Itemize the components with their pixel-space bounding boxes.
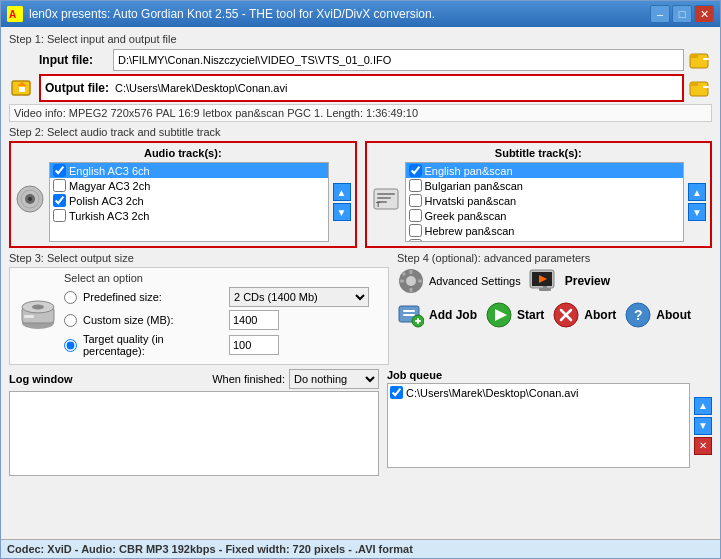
add-job-button[interactable]: Add Job bbox=[397, 301, 477, 329]
audio-track-item[interactable]: English AC3 6ch bbox=[50, 163, 328, 178]
svg-rect-17 bbox=[377, 197, 391, 199]
audio-track-item[interactable]: Turkish AC3 2ch bbox=[50, 208, 328, 223]
main-window: A len0x presents: Auto Gordian Knot 2.55… bbox=[0, 0, 721, 559]
about-button[interactable]: ? About bbox=[624, 301, 691, 329]
step3-label: Step 3: Select output size bbox=[9, 252, 389, 264]
job-move-down-button[interactable]: ▼ bbox=[694, 417, 712, 435]
close-button[interactable]: ✕ bbox=[694, 5, 714, 23]
job-queue-box[interactable]: C:\Users\Marek\Desktop\Conan.avi bbox=[387, 383, 690, 468]
add-job-icon bbox=[397, 301, 425, 329]
preview-label: Preview bbox=[565, 274, 610, 288]
status-bar: Codec: XviD - Audio: CBR MP3 192kbps - F… bbox=[1, 539, 720, 558]
svg-point-13 bbox=[28, 197, 32, 201]
subtitle-track-item[interactable]: Bulgarian pan&scan bbox=[406, 178, 684, 193]
maximize-button[interactable]: □ bbox=[672, 5, 692, 23]
abort-button[interactable]: Abort bbox=[552, 301, 616, 329]
subtitle-track-checkbox-1[interactable] bbox=[409, 179, 422, 192]
log-section: Log window When finished: Do nothing Shu… bbox=[9, 369, 379, 533]
svg-rect-27 bbox=[410, 270, 413, 274]
audio-section: Audio track(s): Engli bbox=[9, 141, 357, 248]
title-controls: – □ ✕ bbox=[650, 5, 714, 23]
action-row: Add Job Start bbox=[397, 301, 712, 329]
audio-track-checkbox-3[interactable] bbox=[53, 209, 66, 222]
target-quality-input[interactable] bbox=[229, 335, 279, 355]
audio-track-list[interactable]: English AC3 6ch Magyar AC3 2ch Polish AC… bbox=[49, 162, 329, 242]
step3-section: Step 3: Select output size bbox=[9, 252, 389, 365]
step2-label: Step 2: Select audio track and subtitle … bbox=[9, 126, 712, 138]
start-button[interactable]: Start bbox=[485, 301, 544, 329]
svg-text:A: A bbox=[9, 9, 16, 20]
job-move-up-button[interactable]: ▲ bbox=[694, 397, 712, 415]
svg-rect-36 bbox=[543, 286, 547, 288]
audio-icon bbox=[15, 184, 45, 220]
audio-track-item[interactable]: Polish AC3 2ch bbox=[50, 193, 328, 208]
job-remove-button[interactable]: ✕ bbox=[694, 437, 712, 455]
custom-size-input[interactable] bbox=[229, 310, 279, 330]
audio-track-checkbox-1[interactable] bbox=[53, 179, 66, 192]
audio-move-up-button[interactable]: ▲ bbox=[333, 183, 351, 201]
minimize-button[interactable]: – bbox=[650, 5, 670, 23]
abort-icon bbox=[552, 301, 580, 329]
advanced-row: Advanced Settings Preview bbox=[397, 267, 712, 295]
output-file-field[interactable] bbox=[115, 78, 678, 98]
audio-track-checkbox-0[interactable] bbox=[53, 164, 66, 177]
subtitle-icon: T bbox=[371, 184, 401, 220]
abort-label: Abort bbox=[584, 308, 616, 322]
input-file-label: Input file: bbox=[39, 53, 109, 67]
predefined-radio-row: Predefined size: 2 CDs (1400 Mb) 1 CD (7… bbox=[64, 287, 380, 307]
when-finished-container: When finished: Do nothing Shutdown Hiber… bbox=[212, 369, 379, 389]
subtitle-track-item[interactable]: Magyar pan&scan bbox=[406, 238, 684, 242]
subtitle-track-item[interactable]: Hrvatski pan&scan bbox=[406, 193, 684, 208]
input-file-field[interactable] bbox=[113, 49, 684, 71]
disk-icon bbox=[18, 295, 58, 338]
when-finished-select[interactable]: Do nothing Shutdown Hibernate Sleep bbox=[289, 369, 379, 389]
subtitle-track-checkbox-0[interactable] bbox=[409, 164, 422, 177]
preview-button[interactable]: Preview bbox=[529, 267, 610, 295]
subtitle-track-arrows: ▲ ▼ bbox=[688, 183, 706, 221]
predefined-label: Predefined size: bbox=[83, 291, 223, 303]
subtitle-move-down-button[interactable]: ▼ bbox=[688, 203, 706, 221]
svg-text:?: ? bbox=[634, 307, 643, 323]
job-queue-label: Job queue bbox=[387, 369, 712, 381]
audio-track-checkbox-2[interactable] bbox=[53, 194, 66, 207]
svg-point-26 bbox=[406, 276, 416, 286]
step4-label: Step 4 (optional): advanced parameters bbox=[397, 252, 712, 264]
preview-icon bbox=[529, 267, 561, 295]
subtitle-track-item[interactable]: Hebrew pan&scan bbox=[406, 223, 684, 238]
svg-rect-7 bbox=[19, 87, 25, 92]
output-file-label: Output file: bbox=[45, 81, 111, 95]
svg-rect-28 bbox=[410, 288, 413, 292]
advanced-settings-button[interactable]: Advanced Settings bbox=[397, 267, 521, 295]
input-file-browse-button[interactable] bbox=[688, 48, 712, 72]
start-icon bbox=[485, 301, 513, 329]
output-file-wrapper: Output file: bbox=[39, 74, 684, 102]
svg-rect-35 bbox=[539, 288, 551, 291]
audio-move-down-button[interactable]: ▼ bbox=[333, 203, 351, 221]
svg-rect-24 bbox=[24, 315, 34, 318]
subtitle-track-checkbox-3[interactable] bbox=[409, 209, 422, 222]
subtitle-track-item[interactable]: English pan&scan bbox=[406, 163, 684, 178]
step2-row: Audio track(s): Engli bbox=[9, 141, 712, 248]
subtitle-track-checkbox-4[interactable] bbox=[409, 224, 422, 237]
predefined-radio[interactable] bbox=[64, 291, 77, 304]
subtitle-track-checkbox-5[interactable] bbox=[409, 239, 422, 242]
subtitle-track-checkbox-2[interactable] bbox=[409, 194, 422, 207]
job-item-checkbox-0[interactable] bbox=[390, 386, 403, 399]
add-job-label: Add Job bbox=[429, 308, 477, 322]
subtitle-track-list[interactable]: English pan&scan Bulgarian pan&scan Hrva… bbox=[405, 162, 685, 242]
job-queue-item[interactable]: C:\Users\Marek\Desktop\Conan.avi bbox=[390, 386, 687, 399]
svg-rect-30 bbox=[418, 280, 422, 283]
subtitle-track-item[interactable]: Greek pan&scan bbox=[406, 208, 684, 223]
subtitle-move-up-button[interactable]: ▲ bbox=[688, 183, 706, 201]
target-radio[interactable] bbox=[64, 339, 77, 352]
output-file-browse-button[interactable] bbox=[688, 76, 712, 100]
svg-rect-42 bbox=[417, 318, 419, 324]
step1-section: Step 1: Select input and output file Inp… bbox=[9, 33, 712, 122]
svg-rect-9 bbox=[690, 82, 698, 86]
subtitle-section: Subtitle track(s): T bbox=[365, 141, 713, 248]
custom-radio[interactable] bbox=[64, 314, 77, 327]
log-box[interactable] bbox=[9, 391, 379, 476]
step3-disk-row: Select an option Predefined size: 2 CDs … bbox=[18, 272, 380, 360]
audio-track-item[interactable]: Magyar AC3 2ch bbox=[50, 178, 328, 193]
predefined-select[interactable]: 2 CDs (1400 Mb) 1 CD (700 Mb) 3 CDs (210… bbox=[229, 287, 369, 307]
